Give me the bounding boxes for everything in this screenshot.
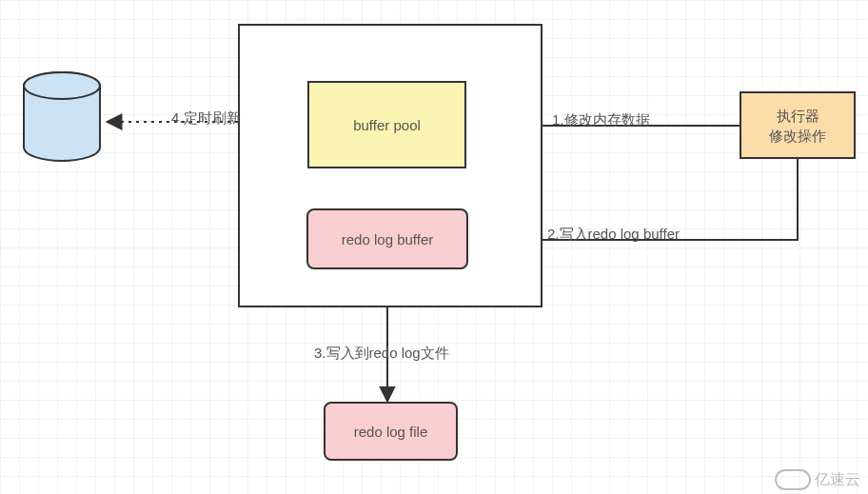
redo-log-buffer-box: redo log buffer [306,208,468,269]
executor-line2: 修改操作 [769,126,826,146]
edge3-label: 3.写入到redo log文件 [314,345,449,363]
redo-log-file-box: redo log file [324,402,458,461]
redo-log-file-label: redo log file [354,424,428,440]
watermark-text: 亿速云 [815,470,860,490]
database-icon [24,72,100,161]
edge4-label: 4.定时刷新 [171,109,241,128]
redo-log-buffer-label: redo log buffer [342,231,433,247]
watermark: 亿速云 [775,469,860,490]
executor-line1: 执行器 [769,106,826,126]
edge2-label: 2.写入redo log buffer [547,226,680,244]
svg-point-0 [24,72,100,99]
edge1-label: 1.修改内存数据 [552,111,650,129]
buffer-pool-box: buffer pool [307,81,466,168]
executor-box: 执行器 修改操作 [740,91,856,159]
buffer-pool-label: buffer pool [353,117,421,133]
cloud-icon [775,469,811,490]
svg-point-1 [24,72,100,99]
